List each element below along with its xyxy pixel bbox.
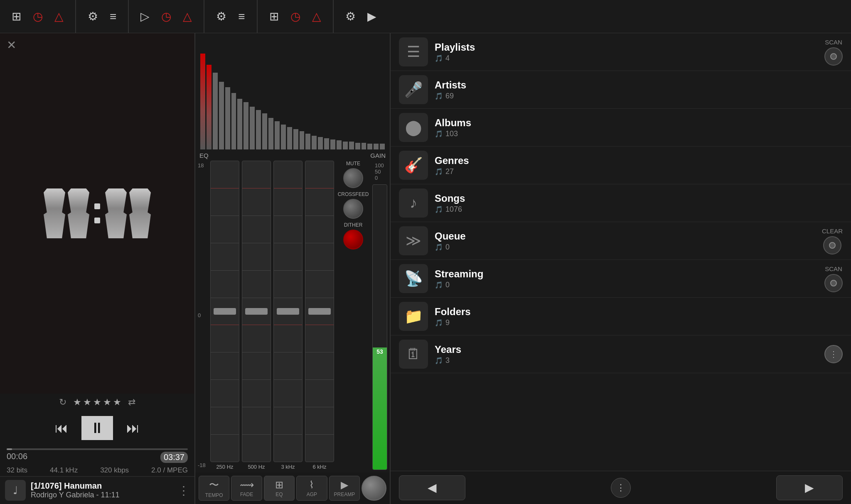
scan-action-playlists: SCAN — [824, 39, 843, 66]
lib-title-songs: Songs — [435, 193, 843, 204]
eq-fader-250hz[interactable] — [210, 161, 239, 462]
lib-icon-songs: ♪ — [399, 188, 428, 218]
menu-icon-2[interactable]: ≡ — [238, 10, 245, 23]
eq-band-label-4: 6 kHz — [312, 464, 326, 470]
spec-bar-4 — [219, 82, 224, 149]
progress-track[interactable] — [7, 448, 188, 450]
spec-bar-29 — [374, 144, 379, 149]
settings-icon-1[interactable]: ⚙ — [88, 10, 98, 23]
library-item-songs[interactable]: ♪ Songs 🎵 1076 — [391, 184, 851, 222]
spec-bar-28 — [367, 144, 372, 149]
lib-icon-playlists: ☰ — [399, 37, 428, 66]
settings-icon-2[interactable]: ⚙ — [216, 10, 226, 23]
scan-action-streaming: SCAN — [824, 265, 843, 292]
spec-bar-30 — [380, 144, 385, 149]
star-1[interactable]: ★ — [73, 397, 81, 408]
agp-button[interactable]: ⌇ AGP — [296, 476, 327, 501]
eq-button[interactable]: ⊞ EQ — [264, 476, 295, 501]
nav-more-button[interactable]: ⋮ — [611, 478, 631, 498]
preamp-button[interactable]: ▶ PREAMP — [329, 476, 360, 501]
equalizer-icon[interactable]: ⊞ — [12, 10, 21, 23]
library-item-playlists[interactable]: ☰ Playlists 🎵 4 SCAN — [391, 33, 851, 71]
clock-icon-3[interactable]: ◷ — [290, 10, 300, 23]
prev-button[interactable]: ⏮ — [55, 421, 68, 436]
scan-button-playlists[interactable] — [824, 47, 843, 66]
lib-count-icon-playlists: 🎵 — [435, 54, 443, 62]
star-2[interactable]: ★ — [83, 397, 91, 408]
eq-icon-right[interactable]: ⊞ — [269, 10, 279, 23]
eq-fader-500hz[interactable] — [242, 161, 271, 462]
repeat-icon[interactable]: ↻ — [59, 397, 66, 408]
spec-bar-14 — [281, 125, 286, 149]
fade-button[interactable]: ⟿ FADE — [231, 476, 262, 501]
eq-band-label-3: 3 kHz — [281, 464, 295, 470]
library-item-years[interactable]: 🗓 Years 🎵 3 ⋮ — [391, 335, 851, 373]
progress-fill — [7, 448, 12, 450]
scan-button-streaming[interactable] — [824, 274, 843, 292]
clear-button-queue[interactable] — [823, 236, 841, 254]
lib-count-albums: 🎵 103 — [435, 130, 843, 138]
clock-icon-1[interactable]: ◷ — [33, 10, 43, 23]
settings-icon-3[interactable]: ⚙ — [345, 10, 356, 23]
player-display: ✕ — [0, 33, 194, 394]
nav-mid-left: ⚙ ≡ — [76, 0, 128, 33]
library-item-streaming[interactable]: 📡 Streaming 🎵 0 SCAN — [391, 260, 851, 298]
lib-title-albums: Albums — [435, 117, 843, 129]
lib-count-val-years: 3 — [445, 356, 450, 365]
lib-count-val-artists: 69 — [445, 92, 454, 100]
menu-icon-1[interactable]: ≡ — [110, 10, 116, 23]
library-item-queue[interactable]: ≫ Queue 🎵 0 CLEAR — [391, 222, 851, 260]
gain-scale: 100 50 0 — [375, 161, 385, 183]
alarm-icon-3[interactable]: △ — [312, 10, 321, 23]
alarm-icon-1[interactable]: △ — [54, 10, 64, 23]
spec-bar-24 — [343, 142, 348, 149]
next-nav-button[interactable]: ▶ — [776, 475, 843, 500]
play-icon-right[interactable]: ▶ — [367, 10, 376, 23]
clock-icon-2[interactable]: ◷ — [161, 10, 171, 23]
star-5[interactable]: ★ — [113, 397, 121, 408]
track-more-button[interactable]: ⋮ — [178, 484, 189, 497]
preamp-knob[interactable] — [362, 476, 386, 501]
eq-fader-3khz[interactable] — [273, 161, 303, 462]
library-item-artists[interactable]: 🎤 Artists 🎵 69 — [391, 71, 851, 109]
clear-label-queue: CLEAR — [822, 228, 843, 235]
lib-icon-artists: 🎤 — [399, 75, 428, 104]
track-text: [1/1076] Hanuman Rodrigo Y Gabriela - 11… — [31, 481, 173, 499]
lib-title-years: Years — [435, 344, 818, 355]
gain-area: 100 50 0 53 — [372, 161, 387, 470]
progress-area: 00:06 03:37 — [0, 445, 194, 465]
star-4[interactable]: ★ — [103, 397, 111, 408]
play-pause-button[interactable]: ⏸ — [81, 416, 113, 440]
more-button-years[interactable]: ⋮ — [824, 345, 843, 363]
track-icon: ♩ — [5, 480, 26, 501]
lib-text-playlists: Playlists 🎵 4 — [435, 42, 818, 63]
bottom-buttons: 〜 TEMPO ⟿ FADE ⊞ EQ ⌇ AGP ▶ PREAMP — [195, 472, 390, 504]
play-icon-nav[interactable]: ▷ — [140, 10, 150, 23]
fade-label: FADE — [240, 492, 253, 497]
mute-knob-group: MUTE — [343, 161, 363, 188]
star-3[interactable]: ★ — [93, 397, 101, 408]
lib-icon-folders: 📁 — [399, 302, 428, 331]
lib-count-icon-queue: 🎵 — [435, 243, 443, 251]
tempo-icon: 〜 — [209, 478, 219, 492]
tempo-button[interactable]: 〜 TEMPO — [199, 476, 229, 501]
dither-knob[interactable] — [343, 230, 363, 250]
shuffle-icon[interactable]: ⇄ — [128, 397, 135, 408]
library-item-albums[interactable]: ⬤ Albums 🎵 103 — [391, 109, 851, 147]
crossfeed-knob[interactable] — [343, 199, 363, 219]
gain-meter[interactable]: 53 — [372, 184, 387, 470]
colon-1 — [93, 195, 102, 232]
close-button[interactable]: ✕ — [7, 38, 16, 52]
library-item-genres[interactable]: 🎸 Genres 🎵 27 — [391, 147, 851, 184]
lib-count-icon-artists: 🎵 — [435, 92, 443, 100]
mute-knob[interactable] — [343, 168, 363, 188]
spec-bar-16 — [293, 129, 298, 149]
alarm-icon-2[interactable]: △ — [183, 10, 192, 23]
lib-count-val-streaming: 0 — [445, 281, 450, 289]
next-button[interactable]: ⏭ — [126, 421, 140, 436]
eq-fader-6khz[interactable] — [305, 161, 334, 462]
clear-dot-queue — [829, 242, 836, 249]
library-item-folders[interactable]: 📁 Folders 🎵 9 — [391, 298, 851, 335]
prev-nav-button[interactable]: ◀ — [399, 475, 465, 500]
gain-value: 53 — [373, 347, 387, 356]
